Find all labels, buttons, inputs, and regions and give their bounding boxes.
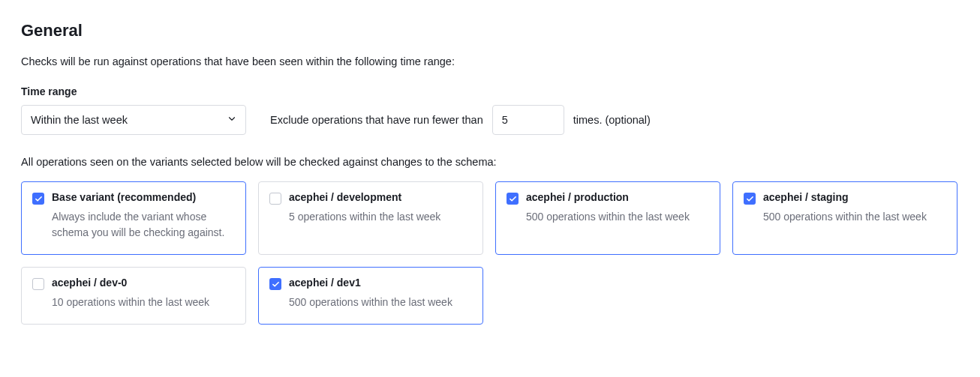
exclude-row: Exclude operations that have run fewer t… bbox=[270, 105, 651, 135]
variant-checkbox[interactable] bbox=[32, 278, 44, 290]
variant-card-title: Base variant (recommended) bbox=[52, 191, 235, 203]
variant-checkbox[interactable] bbox=[269, 193, 281, 205]
controls-row: Within the last week Exclude operations … bbox=[21, 105, 959, 135]
variant-card[interactable]: acephei / production500 operations withi… bbox=[495, 181, 720, 255]
variant-card-subtitle: Always include the variant whose schema … bbox=[52, 209, 235, 241]
variant-checkbox[interactable] bbox=[744, 193, 756, 205]
variant-card-subtitle: 500 operations within the last week bbox=[763, 209, 946, 225]
variant-card[interactable]: Base variant (recommended)Always include… bbox=[21, 181, 246, 255]
page-title: General bbox=[21, 21, 959, 40]
variant-card-title: acephei / dev1 bbox=[289, 277, 472, 289]
exclude-count-input[interactable] bbox=[492, 105, 564, 135]
check-icon bbox=[509, 195, 517, 203]
variants-grid: Base variant (recommended)Always include… bbox=[21, 181, 959, 325]
variant-card-title: acephei / development bbox=[289, 191, 472, 203]
variant-card[interactable]: acephei / dev-010 operations within the … bbox=[21, 267, 246, 325]
variant-checkbox[interactable] bbox=[269, 278, 281, 290]
variant-card-subtitle: 500 operations within the last week bbox=[289, 295, 472, 310]
variant-card-subtitle: 500 operations within the last week bbox=[526, 209, 709, 225]
exclude-suffix: times. (optional) bbox=[573, 114, 651, 126]
exclude-prefix: Exclude operations that have run fewer t… bbox=[270, 114, 483, 126]
variant-card[interactable]: acephei / development5 operations within… bbox=[258, 181, 483, 255]
time-range-label: Time range bbox=[21, 85, 959, 97]
variant-card-title: acephei / dev-0 bbox=[52, 277, 235, 289]
time-range-select[interactable]: Within the last week bbox=[21, 105, 246, 135]
variant-card-body: Base variant (recommended)Always include… bbox=[52, 191, 235, 241]
time-range-value: Within the last week bbox=[31, 114, 128, 126]
variant-card-title: acephei / production bbox=[526, 191, 709, 203]
intro-text: Checks will be run against operations th… bbox=[21, 55, 959, 67]
variant-card-body: acephei / dev-010 operations within the … bbox=[52, 277, 235, 310]
variant-card[interactable]: acephei / dev1500 operations within the … bbox=[258, 267, 483, 325]
check-icon bbox=[272, 280, 280, 289]
time-range-select-wrap: Within the last week bbox=[21, 105, 246, 135]
variant-card-title: acephei / staging bbox=[763, 191, 946, 203]
variant-checkbox[interactable] bbox=[32, 193, 44, 205]
check-icon bbox=[35, 195, 43, 203]
variant-card-body: acephei / development5 operations within… bbox=[289, 191, 472, 225]
variant-card-body: acephei / dev1500 operations within the … bbox=[289, 277, 472, 310]
variant-card-body: acephei / production500 operations withi… bbox=[526, 191, 709, 225]
variant-checkbox[interactable] bbox=[507, 193, 519, 205]
variant-card[interactable]: acephei / staging500 operations within t… bbox=[732, 181, 957, 255]
variant-card-subtitle: 5 operations within the last week bbox=[289, 209, 472, 225]
variant-card-subtitle: 10 operations within the last week bbox=[52, 295, 235, 310]
variants-intro: All operations seen on the variants sele… bbox=[21, 156, 959, 168]
variant-card-body: acephei / staging500 operations within t… bbox=[763, 191, 946, 225]
check-icon bbox=[746, 195, 754, 203]
